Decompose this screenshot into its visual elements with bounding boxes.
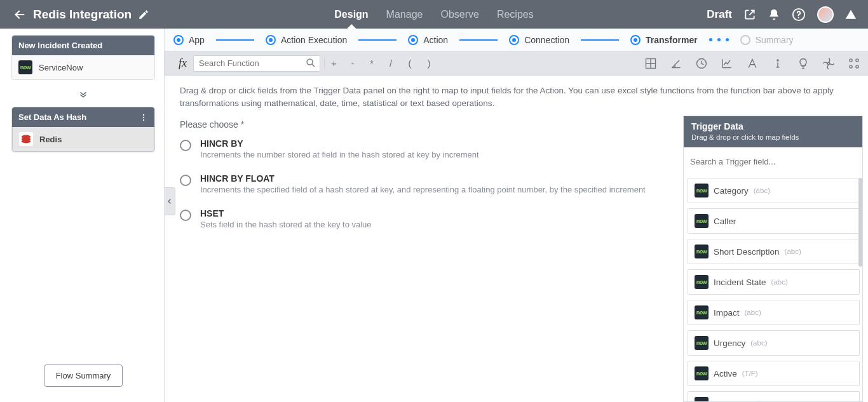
trigger-field-impact[interactable]: now Impact (abc) — [688, 300, 860, 325]
search-icon — [305, 57, 316, 69]
trigger-field-label: Short Description — [714, 247, 780, 257]
step-app[interactable]: App — [173, 35, 205, 45]
op-divide[interactable]: / — [381, 58, 400, 69]
step-action-execution[interactable]: Action Execution — [266, 35, 347, 45]
step-action[interactable]: Action — [408, 35, 448, 45]
info-icon[interactable] — [771, 57, 784, 70]
servicenow-badge-icon: now — [695, 397, 709, 401]
clock-icon[interactable] — [695, 57, 708, 70]
tab-manage[interactable]: Manage — [386, 0, 423, 29]
tab-observe[interactable]: Observe — [440, 0, 478, 29]
trigger-field-urgency[interactable]: now Urgency (abc) — [688, 330, 860, 356]
trigger-data-subtitle: Drag & drop or click to map fields — [691, 133, 855, 141]
edit-title-button[interactable] — [138, 9, 149, 20]
option-text: HINCR BY FLOAT Increments the specified … — [200, 173, 646, 194]
tab-recipes[interactable]: Recipes — [497, 0, 534, 29]
topbar-left: Redis Integration — [0, 0, 175, 29]
warning-icon[interactable] — [845, 9, 857, 20]
step-action-execution-label: Action Execution — [281, 35, 347, 45]
radio-hincr-by[interactable] — [180, 140, 191, 151]
trigger-search-input[interactable] — [690, 152, 856, 170]
radio-hincr-by-float[interactable] — [180, 175, 191, 186]
bell-icon[interactable] — [768, 8, 780, 21]
option-text: HINCR BY Increments the number stored at… — [200, 138, 479, 159]
option-title: HINCR BY — [200, 138, 479, 149]
sidebar-collapse-handle[interactable] — [164, 187, 175, 215]
trigger-field-type: (T/F) — [742, 370, 758, 377]
function-bar: fx + - * / ( ) — [165, 51, 868, 76]
tab-design[interactable]: Design — [334, 0, 368, 29]
step-summary: Summary — [740, 35, 794, 45]
trigger-search — [684, 147, 862, 175]
svg-point-15 — [850, 65, 852, 67]
chevron-connector-icon — [11, 89, 155, 100]
light-bulb-icon[interactable] — [797, 57, 810, 70]
op-minus[interactable]: - — [343, 58, 362, 69]
hint-text: Drag & drop or click fields from the Tri… — [165, 76, 868, 116]
trigger-field-category[interactable]: now Category (abc) — [688, 178, 860, 203]
trigger-field-label: Category — [714, 186, 749, 196]
main-panel: App Action Execution Action Connection T… — [164, 29, 868, 402]
op-lparen[interactable]: ( — [400, 58, 419, 69]
op-plus[interactable]: + — [324, 58, 343, 69]
option-hincr-by-float[interactable]: HINCR BY FLOAT Increments the specified … — [180, 173, 668, 194]
flow-summary-label: Flow Summary — [56, 371, 111, 380]
flow-card-trigger[interactable]: New Incident Created now ServiceNow — [11, 35, 155, 80]
trigger-field-active[interactable]: now Active (T/F) — [688, 361, 860, 386]
trigger-field-type: (abc) — [754, 187, 770, 194]
step-connection[interactable]: Connection — [509, 35, 569, 45]
trigger-data-title: Trigger Data — [691, 121, 855, 131]
scrollbar[interactable] — [858, 178, 862, 267]
left-sidebar: New Incident Created now ServiceNow Set … — [0, 29, 164, 402]
open-external-icon[interactable] — [743, 8, 756, 21]
angle-icon[interactable] — [670, 57, 682, 70]
step-transformer[interactable]: Transformer — [630, 35, 698, 45]
back-button[interactable] — [13, 8, 27, 22]
option-hset[interactable]: HSET Sets field in the hash stored at th… — [180, 208, 668, 229]
step-ring-icon — [173, 35, 184, 45]
flow-card-item-redis[interactable]: Redis — [12, 127, 154, 152]
trigger-field-list[interactable]: now Category (abc) now Caller now Short … — [684, 175, 862, 401]
trigger-field-type: (abc) — [750, 339, 767, 347]
help-icon[interactable] — [792, 8, 806, 22]
step-ring-icon — [509, 35, 519, 45]
radio-hset[interactable] — [180, 210, 191, 221]
servicenow-badge-icon: now — [695, 245, 709, 258]
servicenow-badge-icon: now — [695, 184, 709, 198]
topbar: Redis Integration Design Manage Observe … — [0, 0, 868, 29]
svg-point-3 — [143, 116, 144, 117]
op-rparen[interactable]: ) — [419, 58, 438, 69]
svg-point-4 — [143, 119, 144, 120]
trigger-field-label: Due Date — [714, 399, 750, 401]
svg-point-16 — [856, 65, 858, 67]
servicenow-badge-icon: now — [695, 336, 709, 350]
chart-line-icon[interactable] — [721, 57, 733, 70]
nodes-icon[interactable] — [848, 57, 860, 70]
flow-card-action[interactable]: Set Data As Hash Redis — [11, 107, 155, 152]
avatar[interactable] — [817, 6, 834, 23]
op-multiply[interactable]: * — [362, 58, 381, 69]
function-search-input[interactable] — [193, 55, 320, 72]
trigger-field-short-description[interactable]: now Short Description (abc) — [688, 239, 860, 264]
flow-card-header-trigger: New Incident Created — [12, 36, 154, 55]
step-summary-label: Summary — [756, 35, 794, 45]
fan-icon[interactable] — [822, 57, 835, 70]
flow-card-title-trigger: New Incident Created — [18, 41, 102, 50]
trigger-field-incident-state[interactable]: now Incident State (abc) — [688, 269, 860, 295]
text-font-icon[interactable] — [746, 57, 759, 70]
math-grid-icon[interactable] — [644, 57, 657, 70]
tab-design-label: Design — [334, 9, 368, 20]
flow-summary-button[interactable]: Flow Summary — [44, 365, 123, 387]
option-hincr-by[interactable]: HINCR BY Increments the number stored at… — [180, 138, 668, 159]
step-connector — [581, 39, 619, 41]
trigger-field-due-date[interactable]: now Due Date — [688, 391, 860, 401]
trigger-data-header: Trigger Data Drag & drop or click to map… — [684, 116, 862, 147]
trigger-field-type: (abc) — [771, 278, 788, 286]
trigger-field-caller[interactable]: now Caller — [688, 208, 860, 234]
more-vertical-icon[interactable] — [139, 113, 148, 122]
options-prompt: Please choose * — [180, 119, 668, 130]
servicenow-badge-icon: now — [695, 305, 709, 319]
step-action-label: Action — [423, 35, 448, 45]
flow-card-item-servicenow[interactable]: now ServiceNow — [12, 55, 154, 79]
step-connection-label: Connection — [524, 35, 569, 45]
